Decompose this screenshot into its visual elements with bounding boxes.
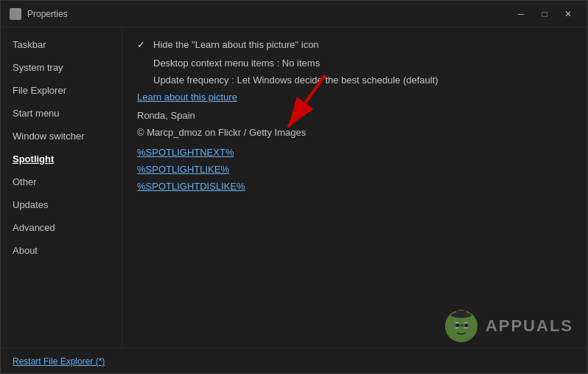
- sidebar-item-file-explorer[interactable]: File Explorer: [1, 79, 122, 102]
- spotlight-next-link[interactable]: %SPOTLIGHTNEXT%: [137, 147, 573, 158]
- hide-icon-setting: ✓ Hide the "Learn about this picture" ic…: [137, 39, 573, 50]
- sidebar-item-start-menu[interactable]: Start menu: [1, 102, 122, 125]
- copyright-text: © Marcp_dmoz on Flickr / Getty Images: [137, 127, 573, 138]
- location-text: Ronda, Spain: [137, 110, 573, 121]
- restart-explorer-link[interactable]: Restart File Explorer (*): [13, 356, 105, 367]
- title-bar: Properties ─ □ ✕: [1, 1, 587, 27]
- appuals-logo-icon: [443, 308, 480, 344]
- title-bar-left: Properties: [10, 8, 68, 20]
- title-controls: ─ □ ✕: [511, 7, 578, 21]
- svg-rect-9: [454, 323, 460, 328]
- main-content: ✓ Hide the "Learn about this picture" ic…: [122, 27, 587, 347]
- close-button[interactable]: ✕: [558, 7, 578, 21]
- sidebar: Taskbar System tray File Explorer Start …: [1, 27, 122, 347]
- svg-rect-4: [456, 311, 466, 316]
- sidebar-item-updates[interactable]: Updates: [1, 193, 122, 216]
- minimize-button[interactable]: ─: [511, 7, 531, 21]
- sidebar-item-other[interactable]: Other: [1, 170, 122, 193]
- svg-rect-10: [463, 323, 469, 328]
- window-title: Properties: [27, 9, 68, 19]
- update-frequency-text: Update frequency : Let Windows decide th…: [153, 75, 438, 86]
- learn-about-link[interactable]: Learn about this picture: [137, 91, 573, 103]
- context-menu-text: Desktop context menu items : No items: [153, 58, 320, 69]
- sidebar-item-about[interactable]: About: [1, 239, 122, 262]
- footer: Restart File Explorer (*): [1, 347, 587, 373]
- sidebar-item-spotlight[interactable]: Spotlight: [1, 148, 122, 170]
- sidebar-item-window-switcher[interactable]: Window switcher: [1, 125, 122, 148]
- sidebar-item-system-tray[interactable]: System tray: [1, 56, 122, 79]
- spotlight-like-link[interactable]: %SPOTLIGHTLIKE%: [137, 164, 573, 175]
- sidebar-item-advanced[interactable]: Advanced: [1, 216, 122, 239]
- context-menu-setting: Desktop context menu items : No items: [137, 58, 573, 69]
- appuals-watermark: APPUALS: [443, 308, 573, 344]
- appuals-brand-text: APPUALS: [486, 316, 573, 336]
- hide-icon-label: Hide the "Learn about this picture" icon: [153, 39, 319, 50]
- checkmark-icon: ✓: [137, 39, 149, 50]
- maximize-button[interactable]: □: [534, 7, 555, 21]
- sidebar-item-taskbar[interactable]: Taskbar: [1, 33, 122, 56]
- content-area: Taskbar System tray File Explorer Start …: [1, 27, 587, 347]
- spotlight-dislike-link[interactable]: %SPOTLIGHTDISLIKE%: [137, 181, 573, 192]
- window-icon: [10, 8, 21, 20]
- update-frequency-setting: Update frequency : Let Windows decide th…: [137, 75, 573, 86]
